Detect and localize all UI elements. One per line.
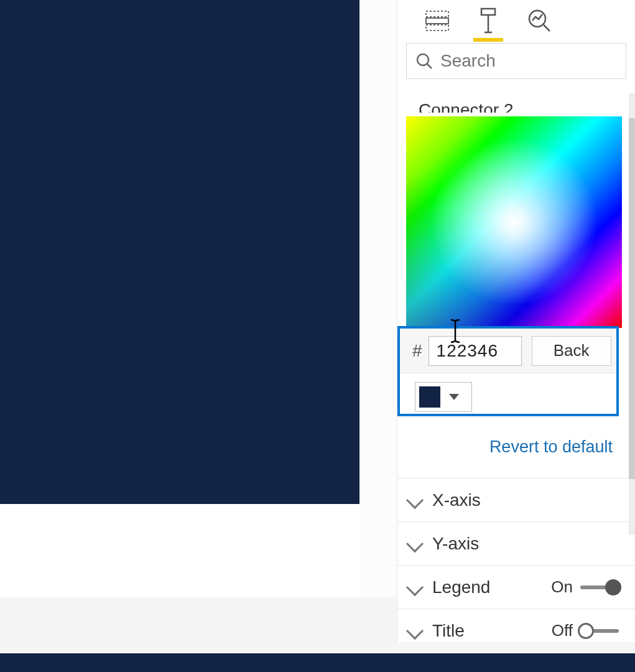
chevron-down-icon bbox=[406, 578, 424, 595]
section-x-axis[interactable]: X-axis bbox=[397, 478, 635, 521]
section-label: Title bbox=[432, 621, 465, 641]
scrollbar-thumb[interactable] bbox=[629, 118, 635, 479]
search-icon bbox=[415, 52, 433, 70]
chevron-down-icon bbox=[449, 394, 459, 400]
spectrum-highlight bbox=[406, 116, 622, 328]
legend-toggle[interactable] bbox=[580, 586, 619, 589]
spectrum-shade bbox=[406, 116, 622, 328]
svg-rect-2 bbox=[426, 25, 448, 30]
revert-to-default-link[interactable]: Revert to default bbox=[397, 437, 635, 457]
hex-entry-highlight: # Back bbox=[397, 326, 619, 416]
svg-rect-0 bbox=[426, 11, 448, 17]
svg-rect-1 bbox=[426, 18, 448, 24]
panel-scrollbar[interactable] bbox=[629, 93, 635, 535]
section-toggle-group: On bbox=[551, 577, 619, 597]
fields-tab[interactable] bbox=[425, 8, 450, 33]
format-sections: X-axis Y-axis Legend On Title Off bbox=[397, 478, 635, 652]
title-toggle[interactable] bbox=[580, 629, 619, 633]
section-title[interactable]: Title Off bbox=[397, 609, 635, 652]
visualizations-format-panel: Connector 2 # Back Reve bbox=[397, 0, 635, 642]
back-button[interactable]: Back bbox=[532, 336, 611, 366]
chevron-down-icon bbox=[406, 534, 424, 552]
truncated-section-header: Connector 2 bbox=[419, 98, 635, 113]
bottom-bar bbox=[0, 653, 635, 672]
gutter bbox=[359, 0, 397, 597]
panel-tabs bbox=[397, 0, 635, 40]
section-label: Y-axis bbox=[432, 534, 479, 554]
color-spectrum-picker[interactable] bbox=[406, 116, 622, 328]
toggle-knob bbox=[605, 579, 621, 595]
toggle-text: Off bbox=[552, 621, 573, 640]
chevron-down-icon bbox=[406, 622, 424, 639]
section-label: X-axis bbox=[432, 490, 481, 510]
search-input[interactable] bbox=[440, 51, 602, 71]
hash-label: # bbox=[412, 341, 422, 361]
hex-row: # Back bbox=[400, 329, 616, 373]
section-y-axis[interactable]: Y-axis bbox=[397, 521, 635, 565]
color-swatch-dropdown[interactable] bbox=[415, 382, 472, 412]
section-legend[interactable]: Legend On bbox=[397, 565, 635, 609]
section-toggle-group: Off bbox=[552, 621, 619, 640]
section-label: Legend bbox=[432, 577, 490, 597]
svg-point-5 bbox=[417, 54, 429, 65]
format-tab[interactable] bbox=[476, 8, 501, 33]
color-swatch bbox=[419, 386, 440, 408]
report-canvas bbox=[0, 0, 359, 597]
hex-input[interactable] bbox=[429, 336, 522, 366]
toggle-text: On bbox=[551, 577, 573, 597]
analytics-tab[interactable] bbox=[527, 8, 552, 33]
visual-background bbox=[0, 0, 359, 504]
toggle-knob bbox=[578, 623, 594, 639]
active-tab-underline bbox=[473, 38, 503, 42]
chevron-down-icon bbox=[406, 491, 424, 508]
search-box[interactable] bbox=[406, 43, 626, 79]
svg-rect-3 bbox=[481, 9, 495, 15]
